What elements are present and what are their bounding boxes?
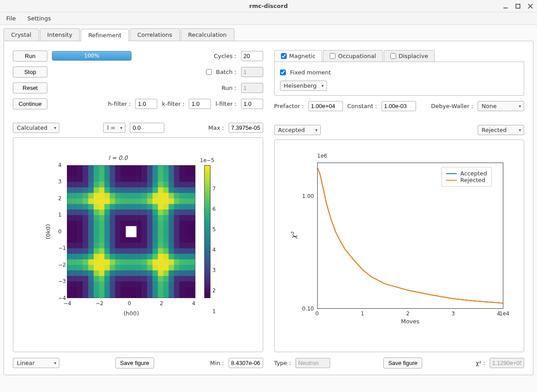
svg-rect-87	[126, 182, 132, 187]
subtab-occupational[interactable]: Occupational	[323, 50, 382, 62]
svg-rect-387	[190, 248, 195, 254]
fixed-moment-checkbox[interactable]	[280, 70, 286, 75]
stop-button[interactable]: Stop	[13, 66, 47, 78]
save-figure-right-button[interactable]: Save figure	[383, 357, 422, 369]
svg-rect-427	[148, 259, 153, 265]
svg-rect-506	[185, 276, 191, 282]
chi2-left-select[interactable]: Accepted	[274, 125, 321, 135]
constant-input[interactable]	[381, 101, 416, 111]
svg-rect-73	[179, 176, 185, 182]
svg-rect-142	[163, 193, 169, 198]
svg-rect-271	[83, 226, 89, 232]
svg-rect-216	[174, 210, 180, 215]
tab-recalculation[interactable]: Recalculation	[181, 28, 234, 41]
svg-rect-40	[131, 171, 137, 176]
svg-rect-426	[142, 259, 148, 265]
k-filter-input[interactable]	[189, 99, 211, 109]
cycles-label: Cycles :	[214, 53, 237, 59]
svg-rect-137	[136, 193, 142, 198]
max-input[interactable]	[229, 123, 263, 133]
svg-rect-484	[67, 276, 73, 282]
continue-button[interactable]: Continue	[13, 98, 47, 109]
svg-rect-464	[89, 270, 94, 276]
magnetic-checkbox[interactable]	[281, 53, 287, 59]
tab-intensity[interactable]: Intensity	[40, 28, 80, 41]
menu-settings[interactable]: Settings	[26, 14, 53, 23]
svg-rect-561	[94, 292, 100, 298]
slice-value-input[interactable]	[130, 123, 164, 133]
menu-file[interactable]: File	[4, 14, 18, 23]
svg-rect-254	[121, 221, 126, 226]
svg-rect-286	[163, 226, 169, 232]
cycles-input[interactable]	[241, 51, 263, 61]
svg-rect-161	[136, 198, 142, 204]
svg-rect-55	[83, 176, 89, 182]
minimize-icon[interactable]	[502, 3, 509, 9]
svg-rect-420	[110, 259, 116, 265]
svg-rect-554	[185, 287, 191, 293]
svg-rect-378	[142, 248, 148, 254]
svg-rect-419	[105, 259, 110, 265]
svg-rect-226	[99, 215, 105, 221]
save-figure-left-button[interactable]: Save figure	[115, 357, 154, 369]
svg-rect-465	[94, 270, 100, 276]
svg-rect-257	[136, 221, 142, 226]
svg-rect-115	[148, 187, 153, 193]
svg-rect-367	[83, 248, 89, 254]
reset-button[interactable]: Reset	[13, 82, 47, 93]
svg-rect-98	[185, 182, 191, 187]
model-select[interactable]: Heisenberg	[280, 81, 327, 91]
svg-rect-270	[78, 226, 83, 232]
svg-rect-333	[158, 237, 164, 243]
svg-rect-126	[78, 193, 83, 198]
slice-axis-select[interactable]: l =	[103, 123, 126, 133]
svg-rect-134	[121, 193, 126, 198]
svg-rect-327	[126, 237, 132, 243]
subtab-displacive[interactable]: Displacive	[384, 50, 435, 62]
svg-rect-36	[110, 171, 116, 176]
svg-rect-155	[105, 198, 110, 204]
svg-rect-497	[136, 276, 142, 282]
svg-rect-391	[83, 254, 89, 260]
subtab-magnetic[interactable]: Magnetic	[274, 50, 323, 62]
svg-rect-418	[99, 259, 105, 265]
min-input[interactable]	[229, 358, 263, 368]
svg-rect-447	[126, 265, 132, 271]
tab-refinement[interactable]: Refinement	[81, 29, 129, 41]
l-filter-input[interactable]	[241, 99, 263, 109]
close-icon[interactable]	[527, 3, 533, 9]
svg-rect-192	[174, 204, 180, 210]
chi2-right-select[interactable]: Rejected	[478, 125, 524, 135]
svg-rect-516	[110, 281, 116, 287]
tab-crystal[interactable]: Crystal	[4, 28, 39, 41]
svg-rect-536	[89, 287, 94, 293]
svg-rect-407	[169, 254, 175, 260]
svg-rect-156	[110, 198, 116, 204]
maximize-icon[interactable]	[515, 3, 521, 9]
debye-waller-select[interactable]: None	[478, 101, 524, 111]
h-filter-input[interactable]	[135, 99, 157, 109]
svg-rect-97	[179, 182, 185, 187]
run-n-label: Run :	[222, 85, 236, 91]
svg-rect-14	[121, 165, 126, 171]
svg-rect-280	[131, 226, 137, 232]
svg-rect-210	[142, 210, 148, 215]
svg-rect-215	[169, 210, 175, 215]
displacive-checkbox[interactable]	[390, 53, 396, 59]
svg-rect-364	[67, 248, 73, 254]
prefactor-input[interactable]	[308, 101, 343, 111]
batch-checkbox[interactable]	[206, 69, 212, 75]
svg-rect-434	[185, 259, 191, 265]
run-button[interactable]: Run	[13, 50, 47, 62]
tab-correlations[interactable]: Correlations	[130, 28, 179, 41]
model-subtabs: Magnetic Occupational Displacive	[274, 50, 525, 62]
occupational-checkbox[interactable]	[330, 53, 335, 59]
scale-select[interactable]: Linear	[13, 358, 59, 368]
svg-rect-144	[174, 193, 180, 198]
view-select[interactable]: Calculated	[13, 123, 59, 133]
svg-rect-441	[94, 265, 100, 271]
h-filter-label: h-filter :	[108, 101, 131, 107]
svg-rect-578	[185, 292, 191, 298]
svg-rect-371	[105, 248, 110, 254]
svg-rect-443	[105, 265, 110, 271]
